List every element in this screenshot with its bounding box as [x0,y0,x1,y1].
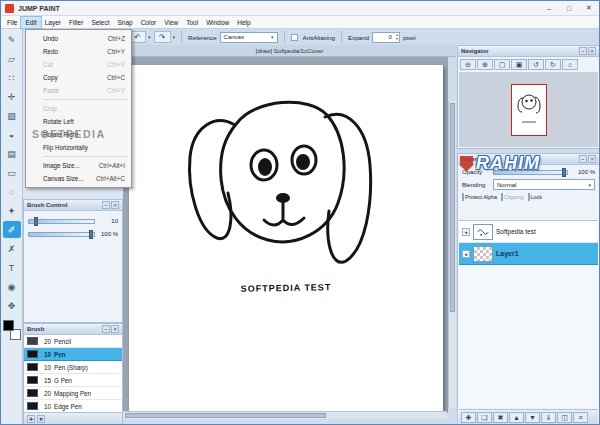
move-tool[interactable]: ✛ [3,88,21,105]
layer-visibility-icon[interactable]: ● [462,228,470,236]
panel-collapse-icon[interactable]: – [579,155,587,163]
lock-checkbox[interactable] [528,193,530,201]
reference-select[interactable]: Canvas ▾ [220,32,278,43]
brush-list-item[interactable]: 20 Pencil [24,335,122,348]
panel-close-icon[interactable]: ✕ [111,201,119,209]
redo-caret-icon[interactable]: ▾ [173,34,176,40]
panel-close-icon[interactable]: ✕ [588,155,596,163]
add-brush-icon[interactable]: ✚ [27,415,35,423]
zoom-in-icon[interactable]: ⊕ [477,59,493,70]
brush-list-item[interactable]: 10 Pen [24,348,122,361]
merge-down-icon[interactable]: ⇓ [541,412,556,423]
scrollbar-thumb[interactable] [450,103,455,312]
menu-layer[interactable]: Layer [41,17,65,28]
reset-view-icon[interactable]: ⌂ [562,59,578,70]
menu-snap[interactable]: Snap [113,17,136,28]
move-layer-up-icon[interactable]: ▲ [509,412,524,423]
panel-close-icon[interactable]: ✕ [111,325,119,333]
clipping-checkbox[interactable] [501,193,503,201]
redo-icon[interactable]: ↷ [154,31,171,43]
brush-list-item[interactable]: 20 Mapping Pen [24,387,122,400]
menu-item-rotate-left[interactable]: Rotate Left [26,115,131,128]
dot-tool[interactable]: ∷ [3,69,21,86]
document-tab[interactable]: [draw] Softpedia/1cCover [123,45,456,57]
brush-preview-swatch [27,402,38,410]
fill-tool[interactable]: ▨ [3,107,21,124]
slider-handle[interactable] [89,230,93,239]
menu-item-flip-horizontally[interactable]: Flip Horizontally [26,141,131,154]
menu-item-copy[interactable]: CopyCtrl+C [26,71,131,84]
layer-row[interactable]: ● Layer1 [459,243,598,265]
panel-collapse-icon[interactable]: – [102,325,110,333]
fit-window-icon[interactable]: ▢ [494,59,510,70]
zoom-out-icon[interactable]: ⊖ [460,59,476,70]
menu-item-redo[interactable]: RedoCtrl+Y [26,45,131,58]
menu-file[interactable]: File [3,17,21,28]
clipping-option[interactable]: Clipping [501,194,523,200]
lasso-tool[interactable]: ◌ [3,183,21,200]
layer-row[interactable]: ● Softpedia test [459,221,598,243]
menu-window[interactable]: Window [202,17,233,28]
panel-collapse-icon[interactable]: – [102,201,110,209]
close-button[interactable]: ✕ [579,1,599,15]
actual-size-icon[interactable]: ▣ [511,59,527,70]
vertical-scrollbar[interactable] [448,101,456,408]
delete-layer-icon[interactable]: ✖ [493,412,508,423]
menu-edit[interactable]: Edit [21,17,40,28]
rotate-left-icon[interactable]: ↺ [528,59,544,70]
slider-handle[interactable] [562,168,566,177]
brush-list-item[interactable]: 10 Pen (Sharp) [24,361,122,374]
antialiasing-checkbox[interactable] [291,34,298,41]
navigator-thumbnail[interactable] [511,84,547,136]
move-layer-down-icon[interactable]: ▼ [525,412,540,423]
toolbar: ↶ ▾ ↷ ▾ Reference Canvas ▾ AntiAliasing … [123,29,600,45]
brush-size-slider[interactable] [28,219,95,224]
menu-item-canvas-size[interactable]: Canvas Size...Ctrl+Alt+C [26,172,131,185]
protect-alpha-option[interactable]: Protect Alpha [462,194,497,200]
slider-handle[interactable] [34,217,38,226]
layer-visibility-icon[interactable]: ● [462,250,470,258]
menu-filter[interactable]: Filter [65,17,87,28]
maximize-button[interactable]: □ [559,1,579,15]
hand-tool[interactable]: ✥ [3,297,21,314]
canvas-page[interactable]: SOFTPEDIA TEST [129,65,443,411]
select-eraser-tool[interactable]: ✗ [3,240,21,257]
magic-wand-tool[interactable]: ✦ [3,202,21,219]
panel-close-icon[interactable]: ✕ [588,47,596,55]
select-pen-tool[interactable]: ✐ [3,221,21,238]
gradient-tool[interactable]: ▤ [3,145,21,162]
foreground-color-swatch[interactable] [3,320,14,331]
menu-help[interactable]: Help [233,17,254,28]
delete-brush-icon[interactable]: ✖ [37,415,45,423]
brush-opacity-slider[interactable] [28,232,95,237]
undo-caret-icon[interactable]: ▾ [148,34,151,40]
scrollbar-thumb[interactable] [125,413,326,418]
brush-list-item[interactable]: 15 G Pen [24,374,122,387]
menu-item-image-size[interactable]: Image Size...Ctrl+Alt+I [26,159,131,172]
clear-layer-icon[interactable]: ◫ [557,412,572,423]
rotate-right-icon[interactable]: ↻ [545,59,561,70]
protect-alpha-checkbox[interactable] [462,193,464,201]
brush-tool[interactable]: ✎ [3,31,21,48]
duplicate-layer-icon[interactable]: ❏ [477,412,492,423]
add-layer-icon[interactable]: ✚ [461,412,476,423]
brush-size: 10 [41,403,51,410]
expand-stepper[interactable]: 0 ▴▾ [372,32,400,43]
menu-select[interactable]: Select [87,17,113,28]
lock-option[interactable]: Lock [528,194,542,200]
menu-color[interactable]: Color [137,17,161,28]
eyedropper-tool[interactable]: ◉ [3,278,21,295]
select-tool[interactable]: ▭ [3,164,21,181]
menu-item-undo[interactable]: UndoCtrl+Z [26,32,131,45]
text-tool[interactable]: T [3,259,21,276]
bucket-tool[interactable]: ◒ [3,126,21,143]
menu-tool[interactable]: Tool [182,17,202,28]
menu-view[interactable]: View [160,17,182,28]
panel-collapse-icon[interactable]: – [579,47,587,55]
blending-select[interactable]: Normal ▾ [493,179,595,190]
minimize-button[interactable]: – [539,1,559,15]
horizontal-scrollbar[interactable] [123,411,447,419]
layer-menu-icon[interactable]: ≡ [573,412,588,423]
stepper-arrows-icon[interactable]: ▴▾ [396,33,398,42]
eraser-tool[interactable]: ▱ [3,50,21,67]
